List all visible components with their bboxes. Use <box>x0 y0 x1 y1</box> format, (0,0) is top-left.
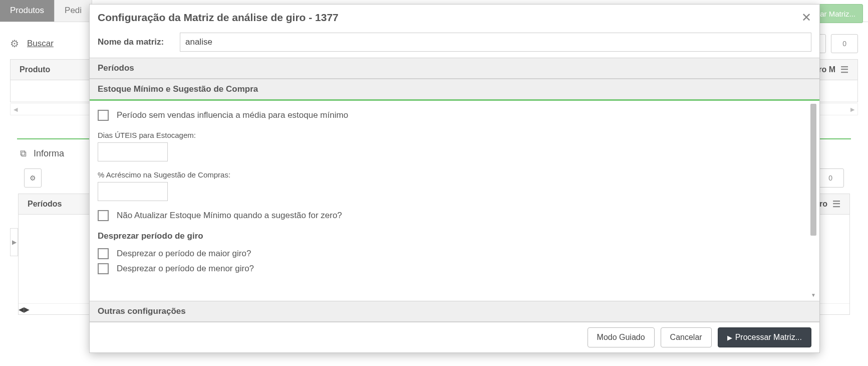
chk-label: Desprezar o período de maior giro? <box>117 249 251 259</box>
process-matrix-button[interactable]: ▶ Processar Matriz... <box>718 327 811 347</box>
label-dias-uteis: Dias ÚTEIS para Estocagem: <box>98 131 807 139</box>
gear-icon[interactable]: ⚙ <box>10 38 19 50</box>
modal-header: Configuração da Matriz de análise de gir… <box>90 5 819 31</box>
count-box: 0 <box>831 34 858 53</box>
input-dias-uteis[interactable] <box>98 142 168 161</box>
checkbox-nao-atualizar[interactable] <box>98 210 109 221</box>
input-acrescimo[interactable] <box>98 182 168 201</box>
search-link[interactable]: Buscar <box>27 39 54 49</box>
menu-icon[interactable]: ☰ <box>840 64 848 75</box>
label-acrescimo: % Acréscimo na Sugestão de Compras: <box>98 170 807 179</box>
modal-footer: Modo Guiado Cancelar ▶ Processar Matriz.… <box>90 322 819 352</box>
config-modal: Configuração da Matriz de análise de gir… <box>89 4 820 353</box>
checkbox-menor-giro[interactable] <box>98 263 109 274</box>
section-estoque[interactable]: Estoque Mínimo e Sugestão de Compra <box>90 79 819 101</box>
subtab-informa[interactable]: Informa <box>34 148 64 159</box>
scroll-right-icon[interactable]: ▶ <box>24 305 30 313</box>
matrix-name-input[interactable] <box>180 33 811 52</box>
section-periodos[interactable]: Períodos <box>90 58 819 79</box>
gear-button-2[interactable]: ⚙ <box>24 168 42 188</box>
cancel-button[interactable]: Cancelar <box>661 327 712 347</box>
modal-scroll-area: Período sem vendas influencia a média pa… <box>90 101 819 301</box>
subsection-desprezar: Desprezar período de giro <box>98 231 807 241</box>
scroll-down-icon[interactable]: ▼ <box>810 292 816 298</box>
chk-label: Não Atualizar Estoque Mínimo quando a su… <box>117 211 342 221</box>
chk-row-nao-atualizar: Não Atualizar Estoque Mínimo quando a su… <box>98 210 807 221</box>
chk-label: Desprezar o período de menor giro? <box>117 264 254 274</box>
count-box-2: 0 <box>817 168 844 188</box>
modo-guiado-button[interactable]: Modo Guiado <box>588 327 655 347</box>
section-outras[interactable]: Outras configurações <box>90 301 819 322</box>
modal-vscrollbar[interactable]: ▼ <box>810 104 816 298</box>
scroll-left-icon[interactable]: ◀ <box>19 305 24 313</box>
gear-icon: ⚙ <box>30 174 36 182</box>
scrollbar-thumb[interactable] <box>810 104 816 236</box>
tab-produtos[interactable]: Produtos <box>0 0 55 22</box>
scroll-left-icon[interactable]: ◀ <box>11 106 21 113</box>
chk-row-periodo-sem-vendas: Período sem vendas influencia a média pa… <box>98 110 807 121</box>
matrix-name-row: Nome da matriz: <box>90 31 819 58</box>
tab-pedidos[interactable]: Pedi <box>55 0 92 22</box>
menu-icon[interactable]: ☰ <box>832 199 840 210</box>
checkbox-maior-giro[interactable] <box>98 248 109 259</box>
expand-handle[interactable]: ▶ <box>10 228 18 256</box>
play-icon: ▶ <box>727 334 732 341</box>
matrix-name-label: Nome da matriz: <box>98 37 173 47</box>
col-produto[interactable]: Produto <box>20 65 50 74</box>
col-periodos[interactable]: Períodos <box>28 200 62 209</box>
scroll-right-icon[interactable]: ▶ <box>847 106 857 113</box>
modal-title: Configuração da Matriz de análise de gir… <box>98 12 339 24</box>
chk-label: Período sem vendas influencia a média pa… <box>117 110 348 120</box>
checkbox-periodo-sem-vendas[interactable] <box>98 110 109 121</box>
process-button-label: Processar Matriz... <box>735 333 802 342</box>
chk-row-menor-giro: Desprezar o período de menor giro? <box>98 263 807 274</box>
copy-icon[interactable]: ⧉ <box>20 148 27 159</box>
chk-row-maior-giro: Desprezar o período de maior giro? <box>98 248 807 259</box>
close-icon[interactable]: ✕ <box>801 11 811 25</box>
